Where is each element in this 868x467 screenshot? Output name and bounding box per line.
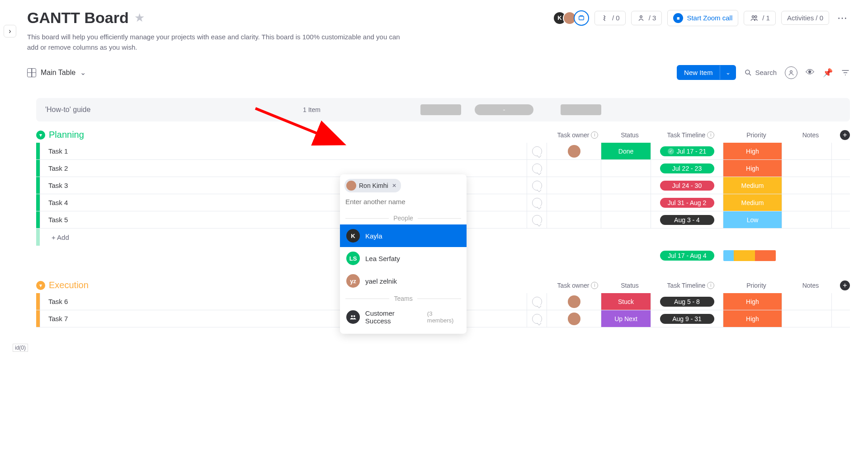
- priority-cell[interactable]: Medium: [723, 177, 782, 194]
- timeline-cell[interactable]: Aug 3 - 4: [651, 211, 723, 228]
- status-cell[interactable]: [601, 177, 651, 194]
- timeline-cell[interactable]: Jul 31 - Aug 2: [651, 194, 723, 211]
- group-title: 'How-to' guide: [45, 106, 303, 114]
- owner-cell[interactable]: [547, 310, 601, 327]
- integrations-right[interactable]: / 3: [631, 11, 662, 25]
- column-header-owner[interactable]: Task owner i: [551, 130, 605, 140]
- group-name[interactable]: Execution: [49, 280, 89, 290]
- add-column-icon[interactable]: +: [840, 280, 850, 290]
- zoom-icon: ■: [673, 13, 683, 23]
- column-header-status[interactable]: Status: [605, 130, 655, 140]
- chat-icon[interactable]: [527, 211, 547, 228]
- column-header-owner[interactable]: Task owner i: [551, 280, 605, 290]
- chat-icon[interactable]: [527, 293, 547, 310]
- howto-group-collapsed[interactable]: 'How-to' guide 1 Item -: [36, 98, 850, 121]
- column-header-priority[interactable]: Priority: [727, 280, 786, 290]
- priority-cell[interactable]: Low: [723, 211, 782, 228]
- chevron-down-icon[interactable]: ⌄: [720, 65, 736, 79]
- timeline-cell[interactable]: Aug 9 - 31: [651, 310, 723, 327]
- collapse-group-icon[interactable]: ▾: [36, 131, 45, 140]
- avatar: LS: [346, 252, 360, 265]
- owner-cell[interactable]: [547, 143, 601, 159]
- priority-cell[interactable]: High: [723, 310, 782, 327]
- placeholder: [420, 104, 461, 115]
- person-filter-icon[interactable]: [785, 66, 797, 79]
- column-header-notes[interactable]: Notes: [786, 130, 835, 140]
- owner-cell[interactable]: [547, 211, 601, 228]
- status-cell[interactable]: Done: [601, 143, 651, 159]
- add-member-icon[interactable]: [574, 10, 589, 26]
- owner-cell[interactable]: [547, 160, 601, 177]
- info-icon[interactable]: i: [591, 131, 598, 139]
- person-option[interactable]: KKayla: [340, 224, 467, 247]
- owner-cell[interactable]: [547, 194, 601, 211]
- notes-cell[interactable]: [782, 160, 832, 177]
- notes-cell[interactable]: [782, 177, 832, 194]
- chat-icon[interactable]: [527, 143, 547, 159]
- status-cell[interactable]: [601, 194, 651, 211]
- selected-person-chip[interactable]: Ron Kimhi ✕: [344, 179, 401, 192]
- board-header: GANTT Board ★ K / 0 / 3 ■ Start Zoom ca: [27, 9, 850, 27]
- chat-icon[interactable]: [527, 160, 547, 177]
- more-options-icon[interactable]: ⋯: [835, 12, 850, 24]
- column-header-notes[interactable]: Notes: [786, 280, 835, 290]
- svg-point-3: [755, 15, 757, 18]
- info-icon[interactable]: i: [707, 282, 714, 289]
- owner-cell[interactable]: [547, 177, 601, 194]
- notes-cell[interactable]: [782, 310, 832, 327]
- task-name[interactable]: Task 1: [40, 143, 527, 159]
- new-item-button[interactable]: New Item ⌄: [677, 65, 736, 80]
- integrations-left[interactable]: / 0: [594, 11, 626, 25]
- search-button[interactable]: Search: [744, 69, 777, 77]
- column-header-timeline[interactable]: Task Timeline i: [655, 280, 727, 290]
- notes-cell[interactable]: [782, 293, 832, 310]
- timeline-cell[interactable]: ✓Jul 17 - 21: [651, 143, 723, 159]
- timeline-cell[interactable]: Aug 5 - 8: [651, 293, 723, 310]
- timeline-cell[interactable]: Jul 24 - 30: [651, 177, 723, 194]
- activities-button[interactable]: Activities / 0: [781, 11, 829, 25]
- chat-icon[interactable]: [527, 310, 547, 327]
- chat-icon[interactable]: [527, 194, 547, 211]
- timeline-cell[interactable]: Jul 22 - 23: [651, 160, 723, 177]
- section-heading: People: [393, 215, 413, 222]
- svg-point-4: [745, 70, 750, 74]
- hide-icon[interactable]: 👁: [806, 67, 815, 78]
- status-cell[interactable]: [601, 160, 651, 177]
- status-cell[interactable]: [601, 211, 651, 228]
- group-name[interactable]: Planning: [49, 130, 84, 140]
- star-icon[interactable]: ★: [134, 11, 145, 25]
- remove-chip-icon[interactable]: ✕: [391, 182, 397, 189]
- svg-point-5: [790, 70, 793, 73]
- priority-cell[interactable]: High: [723, 143, 782, 159]
- filter-icon[interactable]: [841, 68, 850, 77]
- column-header-priority[interactable]: Priority: [727, 130, 786, 140]
- owner-cell[interactable]: [547, 293, 601, 310]
- start-zoom-button[interactable]: ■ Start Zoom call: [667, 10, 738, 26]
- column-header-timeline[interactable]: Task Timeline i: [655, 130, 727, 140]
- priority-cell[interactable]: High: [723, 160, 782, 177]
- status-cell[interactable]: Up Next: [601, 310, 651, 327]
- board-members-avatars[interactable]: K: [557, 10, 589, 26]
- person-option[interactable]: LSLea Serfaty: [340, 247, 467, 270]
- members-button[interactable]: / 1: [744, 11, 776, 25]
- priority-cell[interactable]: High: [723, 293, 782, 310]
- board-title[interactable]: GANTT Board: [27, 9, 129, 27]
- pin-icon[interactable]: 📌: [823, 68, 833, 78]
- person-option[interactable]: yzyael zelnik: [340, 270, 467, 292]
- notes-cell[interactable]: [782, 143, 832, 159]
- people-search-input[interactable]: [345, 196, 461, 207]
- priority-cell[interactable]: Medium: [723, 194, 782, 211]
- collapse-group-icon[interactable]: ▾: [36, 281, 45, 290]
- status-cell[interactable]: Stuck: [601, 293, 651, 310]
- column-header-status[interactable]: Status: [605, 280, 655, 290]
- group-color-bar: [36, 194, 40, 211]
- expand-sidebar-button[interactable]: ›: [4, 25, 16, 37]
- chat-icon[interactable]: [527, 177, 547, 194]
- notes-cell[interactable]: [782, 211, 832, 228]
- team-option[interactable]: Customer Success (3 members): [340, 305, 467, 329]
- notes-cell[interactable]: [782, 194, 832, 211]
- info-icon[interactable]: i: [707, 131, 714, 139]
- add-column-icon[interactable]: +: [840, 130, 850, 140]
- info-icon[interactable]: i: [591, 282, 598, 289]
- view-selector[interactable]: Main Table ⌄: [27, 68, 86, 77]
